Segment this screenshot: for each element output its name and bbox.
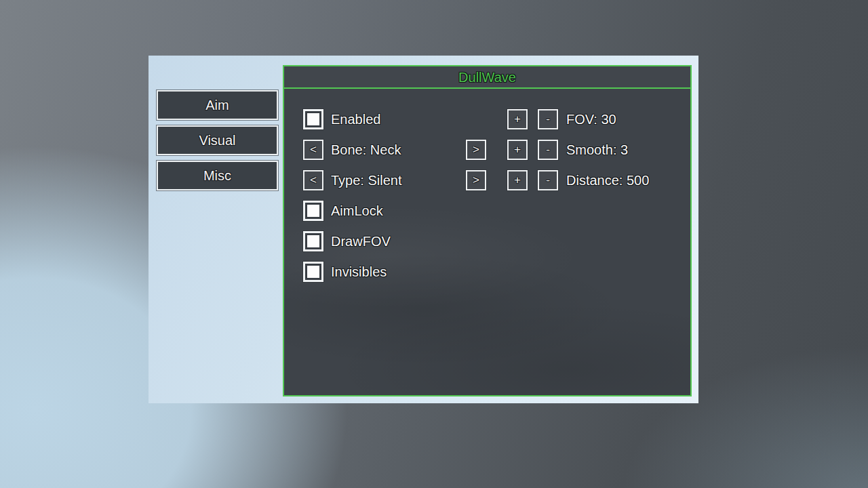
panel-title: DullWave: [458, 66, 516, 89]
smooth-increase-button[interactable]: +: [507, 140, 528, 160]
checkbox-fill: [307, 113, 319, 125]
distance-value-label: Distance: 500: [566, 170, 649, 190]
invisibles-label: Invisibles: [331, 262, 387, 282]
aimlock-checkbox[interactable]: [303, 201, 323, 221]
aim-panel: DullWave Enabled + - FOV: 30 < Bone: Nec…: [283, 65, 692, 396]
fov-increase-button[interactable]: +: [507, 109, 528, 129]
enabled-checkbox[interactable]: [303, 109, 323, 129]
type-prev-button[interactable]: <: [303, 170, 323, 190]
drawfov-label: DrawFOV: [331, 231, 391, 251]
type-next-button[interactable]: >: [466, 170, 486, 190]
distance-decrease-button[interactable]: -: [538, 170, 558, 190]
enabled-label: Enabled: [331, 109, 380, 129]
checkbox-fill: [307, 266, 319, 278]
panel-header: DullWave: [284, 66, 690, 89]
bone-label: Bone: Neck: [331, 140, 401, 160]
tab-visual[interactable]: Visual: [157, 125, 278, 155]
invisibles-checkbox[interactable]: [303, 262, 323, 282]
distance-increase-button[interactable]: +: [507, 170, 528, 190]
smooth-decrease-button[interactable]: -: [538, 140, 558, 160]
smooth-value-label: Smooth: 3: [566, 140, 628, 160]
tab-aim[interactable]: Aim: [157, 90, 278, 120]
fov-decrease-button[interactable]: -: [538, 109, 558, 129]
drawfov-checkbox[interactable]: [303, 231, 323, 251]
cheat-menu-window: Aim Visual Misc DullWave Enabled + - FOV…: [149, 56, 698, 403]
checkbox-fill: [307, 235, 319, 247]
tab-misc[interactable]: Misc: [157, 161, 278, 190]
type-label: Type: Silent: [331, 170, 402, 190]
bone-prev-button[interactable]: <: [303, 140, 323, 160]
checkbox-fill: [307, 205, 319, 217]
fov-value-label: FOV: 30: [566, 109, 616, 129]
aimlock-label: AimLock: [331, 201, 383, 221]
bone-next-button[interactable]: >: [466, 140, 486, 160]
